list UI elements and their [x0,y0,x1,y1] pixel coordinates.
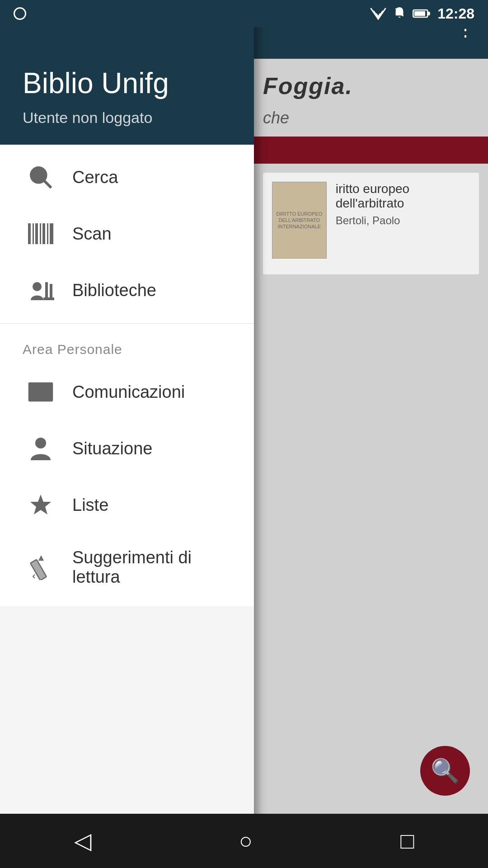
pencil-icon [23,554,59,581]
book-card: DIRITTO EUROPEO DELL'ARBITRATO INTERNAZI… [263,173,479,274]
book-title: iritto europeo dell'arbitrato [336,182,470,211]
section-divider [0,323,254,324]
drawer-main-menu: Cerca Scan [0,145,254,606]
back-button[interactable]: ◁ [74,828,91,854]
menu-label-liste: Liste [72,495,108,515]
logo-text: Foggia. [254,59,488,113]
menu-item-suggerimenti[interactable]: Suggerimenti di lettura [0,533,254,602]
svg-rect-20 [30,560,47,580]
status-time: 12:28 [437,5,474,22]
person-icon [23,435,59,462]
book-thumbnail: DIRITTO EUROPEO DELL'ARBITRATO INTERNAZI… [272,182,327,259]
book-info: iritto europeo dell'arbitrato Bertoli, P… [336,182,470,227]
menu-label-scan: Scan [72,224,112,244]
menu-item-liste[interactable]: Liste [0,477,254,533]
mail-icon [23,378,59,406]
svg-rect-8 [35,223,38,244]
menu-item-situazione[interactable]: Situazione [0,420,254,477]
navigation-bar: ◁ ○ □ [0,814,488,868]
right-content-area: Foggia. che DIRITTO EUROPEO DELL'ARBITRA… [254,59,488,868]
status-bar: 12:28 [0,0,488,27]
menu-label-cerca: Cerca [72,168,118,187]
svg-rect-12 [50,223,53,244]
navigation-drawer: Biblio Unifg Utente non loggato Cerca [0,0,254,868]
svg-rect-6 [28,223,31,244]
svg-rect-3 [427,12,430,15]
status-dot [14,7,26,20]
svg-marker-19 [30,495,51,514]
svg-rect-10 [42,223,45,244]
svg-rect-16 [43,297,54,300]
svg-rect-11 [47,223,48,244]
menu-item-biblioteche[interactable]: Biblioteche [0,262,254,319]
svg-line-5 [44,181,51,188]
star-icon [23,491,59,519]
svg-point-13 [33,282,42,291]
search-fab-button[interactable]: 🔍 [420,746,470,796]
menu-label-comunicazioni: Comunicazioni [72,382,185,402]
svg-point-0 [377,17,380,19]
menu-label-suggerimenti: Suggerimenti di lettura [72,548,231,587]
home-button[interactable]: ○ [239,828,253,854]
user-status: Utente non loggato [23,109,231,127]
svg-rect-15 [50,284,52,298]
book-author: Bertoli, Paolo [336,214,470,227]
library-icon [23,277,59,304]
svg-rect-7 [33,223,34,244]
svg-rect-9 [40,223,41,244]
menu-item-scan[interactable]: Scan [0,206,254,262]
search-fab-icon: 🔍 [431,757,460,785]
svg-point-4 [31,168,46,183]
status-bar-right: 12:28 [370,5,474,22]
app-title: Biblio Unifg [23,66,231,100]
logo-subtitle: che [254,108,488,127]
section-header-area-personale: Area Personale [0,328,254,364]
svg-rect-2 [414,11,425,16]
search-icon [23,164,59,191]
menu-item-cerca[interactable]: Cerca [0,149,254,206]
menu-item-comunicazioni[interactable]: Comunicazioni [0,364,254,420]
menu-label-situazione: Situazione [72,439,152,458]
menu-label-biblioteche: Biblioteche [72,281,156,300]
status-bar-left [14,7,26,20]
svg-point-18 [35,438,46,448]
barcode-icon [23,220,59,247]
battery-icon [413,8,431,19]
svg-rect-14 [45,282,48,298]
notification-icon [393,6,406,21]
recents-button[interactable]: □ [400,828,414,854]
red-bar [254,137,488,164]
wifi-icon [370,7,386,20]
svg-marker-21 [39,557,43,560]
